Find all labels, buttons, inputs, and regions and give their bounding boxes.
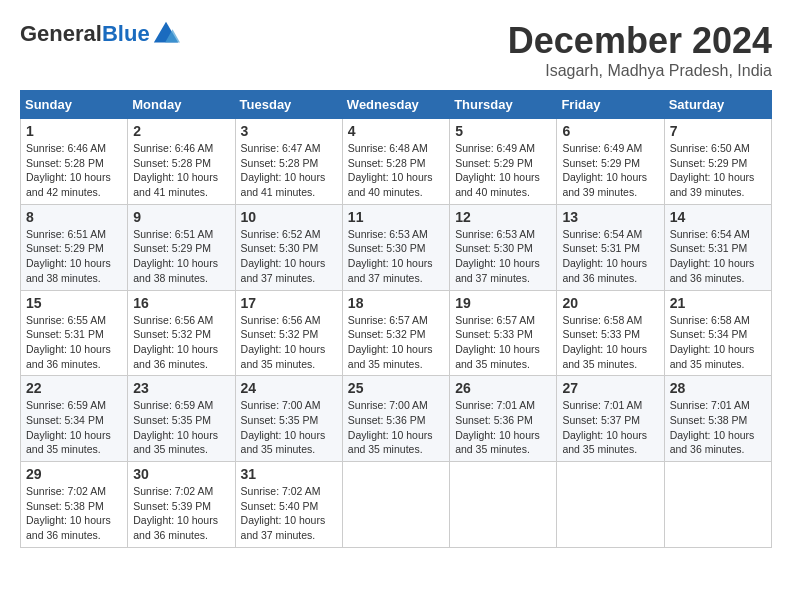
day-info: Sunrise: 6:46 AM Sunset: 5:28 PM Dayligh… [133, 141, 229, 200]
calendar-cell: 2 Sunrise: 6:46 AM Sunset: 5:28 PM Dayli… [128, 119, 235, 205]
weekday-header: Friday [557, 91, 664, 119]
day-number: 25 [348, 380, 444, 396]
day-info: Sunrise: 6:48 AM Sunset: 5:28 PM Dayligh… [348, 141, 444, 200]
day-number: 9 [133, 209, 229, 225]
weekday-header: Monday [128, 91, 235, 119]
calendar-week-row: 22 Sunrise: 6:59 AM Sunset: 5:34 PM Dayl… [21, 376, 772, 462]
weekday-header: Thursday [450, 91, 557, 119]
calendar-cell: 10 Sunrise: 6:52 AM Sunset: 5:30 PM Dayl… [235, 204, 342, 290]
title-block: December 2024 Isagarh, Madhya Pradesh, I… [508, 20, 772, 80]
calendar-week-row: 29 Sunrise: 7:02 AM Sunset: 5:38 PM Dayl… [21, 462, 772, 548]
calendar-cell: 13 Sunrise: 6:54 AM Sunset: 5:31 PM Dayl… [557, 204, 664, 290]
calendar-cell: 31 Sunrise: 7:02 AM Sunset: 5:40 PM Dayl… [235, 462, 342, 548]
logo: GeneralBlue [20, 20, 180, 48]
calendar-cell: 15 Sunrise: 6:55 AM Sunset: 5:31 PM Dayl… [21, 290, 128, 376]
day-info: Sunrise: 6:49 AM Sunset: 5:29 PM Dayligh… [455, 141, 551, 200]
day-info: Sunrise: 7:02 AM Sunset: 5:39 PM Dayligh… [133, 484, 229, 543]
calendar-cell: 21 Sunrise: 6:58 AM Sunset: 5:34 PM Dayl… [664, 290, 771, 376]
day-info: Sunrise: 6:55 AM Sunset: 5:31 PM Dayligh… [26, 313, 122, 372]
weekday-header: Saturday [664, 91, 771, 119]
day-number: 13 [562, 209, 658, 225]
calendar-table: SundayMondayTuesdayWednesdayThursdayFrid… [20, 90, 772, 548]
weekday-header: Tuesday [235, 91, 342, 119]
day-info: Sunrise: 6:52 AM Sunset: 5:30 PM Dayligh… [241, 227, 337, 286]
day-number: 29 [26, 466, 122, 482]
weekday-header: Sunday [21, 91, 128, 119]
day-info: Sunrise: 7:00 AM Sunset: 5:35 PM Dayligh… [241, 398, 337, 457]
calendar-cell: 22 Sunrise: 6:59 AM Sunset: 5:34 PM Dayl… [21, 376, 128, 462]
day-info: Sunrise: 7:00 AM Sunset: 5:36 PM Dayligh… [348, 398, 444, 457]
day-number: 8 [26, 209, 122, 225]
calendar-cell: 1 Sunrise: 6:46 AM Sunset: 5:28 PM Dayli… [21, 119, 128, 205]
calendar-cell: 20 Sunrise: 6:58 AM Sunset: 5:33 PM Dayl… [557, 290, 664, 376]
location: Isagarh, Madhya Pradesh, India [508, 62, 772, 80]
day-info: Sunrise: 7:01 AM Sunset: 5:37 PM Dayligh… [562, 398, 658, 457]
day-number: 17 [241, 295, 337, 311]
calendar-cell: 12 Sunrise: 6:53 AM Sunset: 5:30 PM Dayl… [450, 204, 557, 290]
day-number: 22 [26, 380, 122, 396]
day-number: 12 [455, 209, 551, 225]
day-number: 26 [455, 380, 551, 396]
calendar-cell: 11 Sunrise: 6:53 AM Sunset: 5:30 PM Dayl… [342, 204, 449, 290]
day-number: 3 [241, 123, 337, 139]
calendar-week-row: 1 Sunrise: 6:46 AM Sunset: 5:28 PM Dayli… [21, 119, 772, 205]
month-title: December 2024 [508, 20, 772, 62]
calendar-cell: 6 Sunrise: 6:49 AM Sunset: 5:29 PM Dayli… [557, 119, 664, 205]
page-header: GeneralBlue December 2024 Isagarh, Madhy… [20, 20, 772, 80]
day-info: Sunrise: 6:58 AM Sunset: 5:34 PM Dayligh… [670, 313, 766, 372]
day-number: 15 [26, 295, 122, 311]
day-info: Sunrise: 6:57 AM Sunset: 5:33 PM Dayligh… [455, 313, 551, 372]
calendar-cell: 17 Sunrise: 6:56 AM Sunset: 5:32 PM Dayl… [235, 290, 342, 376]
weekday-header: Wednesday [342, 91, 449, 119]
day-info: Sunrise: 6:56 AM Sunset: 5:32 PM Dayligh… [133, 313, 229, 372]
day-number: 21 [670, 295, 766, 311]
day-number: 5 [455, 123, 551, 139]
day-info: Sunrise: 6:50 AM Sunset: 5:29 PM Dayligh… [670, 141, 766, 200]
day-number: 24 [241, 380, 337, 396]
day-number: 14 [670, 209, 766, 225]
day-number: 11 [348, 209, 444, 225]
day-info: Sunrise: 7:02 AM Sunset: 5:38 PM Dayligh… [26, 484, 122, 543]
calendar-cell: 3 Sunrise: 6:47 AM Sunset: 5:28 PM Dayli… [235, 119, 342, 205]
day-info: Sunrise: 6:57 AM Sunset: 5:32 PM Dayligh… [348, 313, 444, 372]
calendar-cell [557, 462, 664, 548]
day-number: 30 [133, 466, 229, 482]
day-info: Sunrise: 6:47 AM Sunset: 5:28 PM Dayligh… [241, 141, 337, 200]
calendar-cell: 30 Sunrise: 7:02 AM Sunset: 5:39 PM Dayl… [128, 462, 235, 548]
calendar-cell: 26 Sunrise: 7:01 AM Sunset: 5:36 PM Dayl… [450, 376, 557, 462]
day-info: Sunrise: 6:46 AM Sunset: 5:28 PM Dayligh… [26, 141, 122, 200]
calendar-cell [342, 462, 449, 548]
logo-icon [152, 20, 180, 48]
calendar-header-row: SundayMondayTuesdayWednesdayThursdayFrid… [21, 91, 772, 119]
day-number: 18 [348, 295, 444, 311]
calendar-cell: 7 Sunrise: 6:50 AM Sunset: 5:29 PM Dayli… [664, 119, 771, 205]
calendar-cell: 5 Sunrise: 6:49 AM Sunset: 5:29 PM Dayli… [450, 119, 557, 205]
day-info: Sunrise: 6:53 AM Sunset: 5:30 PM Dayligh… [348, 227, 444, 286]
day-info: Sunrise: 6:56 AM Sunset: 5:32 PM Dayligh… [241, 313, 337, 372]
day-number: 16 [133, 295, 229, 311]
calendar-week-row: 8 Sunrise: 6:51 AM Sunset: 5:29 PM Dayli… [21, 204, 772, 290]
calendar-cell: 8 Sunrise: 6:51 AM Sunset: 5:29 PM Dayli… [21, 204, 128, 290]
day-number: 1 [26, 123, 122, 139]
day-info: Sunrise: 6:51 AM Sunset: 5:29 PM Dayligh… [133, 227, 229, 286]
day-number: 31 [241, 466, 337, 482]
day-info: Sunrise: 6:54 AM Sunset: 5:31 PM Dayligh… [562, 227, 658, 286]
calendar-cell [450, 462, 557, 548]
day-info: Sunrise: 6:58 AM Sunset: 5:33 PM Dayligh… [562, 313, 658, 372]
day-number: 19 [455, 295, 551, 311]
calendar-cell: 24 Sunrise: 7:00 AM Sunset: 5:35 PM Dayl… [235, 376, 342, 462]
day-number: 20 [562, 295, 658, 311]
calendar-cell: 28 Sunrise: 7:01 AM Sunset: 5:38 PM Dayl… [664, 376, 771, 462]
calendar-week-row: 15 Sunrise: 6:55 AM Sunset: 5:31 PM Dayl… [21, 290, 772, 376]
calendar-cell: 9 Sunrise: 6:51 AM Sunset: 5:29 PM Dayli… [128, 204, 235, 290]
calendar-cell: 23 Sunrise: 6:59 AM Sunset: 5:35 PM Dayl… [128, 376, 235, 462]
calendar-cell [664, 462, 771, 548]
calendar-cell: 16 Sunrise: 6:56 AM Sunset: 5:32 PM Dayl… [128, 290, 235, 376]
day-info: Sunrise: 6:54 AM Sunset: 5:31 PM Dayligh… [670, 227, 766, 286]
day-info: Sunrise: 7:01 AM Sunset: 5:36 PM Dayligh… [455, 398, 551, 457]
calendar-cell: 18 Sunrise: 6:57 AM Sunset: 5:32 PM Dayl… [342, 290, 449, 376]
day-number: 2 [133, 123, 229, 139]
day-number: 23 [133, 380, 229, 396]
day-number: 7 [670, 123, 766, 139]
day-number: 4 [348, 123, 444, 139]
